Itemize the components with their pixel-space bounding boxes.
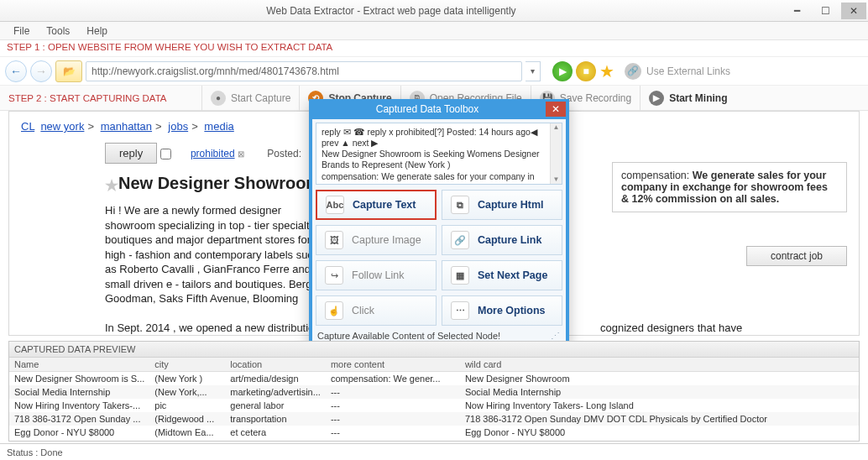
go-button[interactable]: ▶ [552,61,573,81]
maximize-button[interactable]: ☐ [813,3,838,19]
step1-label: STEP 1 : OPEN WEBSITE FROM WHERE YOU WIS… [0,40,868,57]
record-icon: ● [211,91,226,106]
capture-html-button[interactable]: ⧉Capture Html [442,190,562,220]
nav-row: ← → 📂 http://newyork.craigslist.org/mnh/… [0,57,868,86]
url-dropdown[interactable]: ▾ [526,61,541,81]
follow-icon: ↪ [325,266,343,285]
table-row[interactable]: Egg Donor - NYU $8000(Midtown Ea...et ce… [9,426,859,439]
contract-job-button[interactable]: contract job [746,246,847,266]
posted-label: Posted: [267,148,301,159]
capture-link-button[interactable]: 🔗Capture Link [442,225,562,255]
close-button[interactable]: ✕ [841,3,866,19]
click-button[interactable]: ☝Click [316,295,437,326]
set-next-page-button[interactable]: ▦Set Next Page [442,260,562,290]
table-row[interactable]: Social Media Internship(New York,...mark… [9,385,859,399]
window-title: Web Data Extractor - Extract web page da… [0,5,782,17]
col-more[interactable]: more content [326,358,460,372]
prohibited-checkbox[interactable] [160,149,171,159]
step2-label: STEP 2 : START CAPTURING DATA [0,93,201,103]
bc-newyork[interactable]: new york [40,120,84,133]
menubar: File Tools Help [0,22,868,40]
bc-manhattan[interactable]: manhattan [101,120,152,133]
compensation-box: compensation: We generate sales for your… [612,162,847,212]
capture-image-button[interactable]: 🖼Capture Image [316,225,437,255]
col-location[interactable]: location [225,358,326,372]
menu-tools[interactable]: Tools [38,24,78,39]
link-icon: 🔗 [451,231,469,249]
more-icon: ⋯ [451,301,469,320]
toolbox-scrollbar[interactable] [550,123,562,184]
preview-table[interactable]: Name city location more content wild car… [9,358,859,439]
link-icon: 🔗 [625,63,641,80]
star-icon[interactable]: ★ [105,177,118,194]
follow-link-button[interactable]: ↪Follow Link [316,260,437,290]
stop-button[interactable]: ■ [576,61,596,81]
capture-text-button[interactable]: AbcCapture Text [316,190,437,220]
start-mining-button[interactable]: ▶Start Mining [640,86,735,111]
mining-icon: ▶ [649,91,664,106]
click-icon: ☝ [325,301,343,320]
text-icon: Abc [326,196,344,214]
status-bar: Status : Done [0,443,868,460]
col-city[interactable]: city [149,358,225,372]
favorite-icon[interactable]: ★ [599,61,614,81]
bc-jobs[interactable]: jobs [168,120,188,133]
toolbox-title: Captured Data Toolbox [309,103,546,115]
toolbox-header[interactable]: Captured Data Toolbox ✕ [309,99,569,119]
forward-button[interactable]: → [30,60,52,82]
col-wildcard[interactable]: wild card [460,358,859,372]
minimize-button[interactable]: ━ [784,3,809,19]
table-row[interactable]: Now Hiring Inventory Takers-...picgenera… [9,399,859,412]
url-input[interactable]: http://newyork.craigslist.org/mnh/med/48… [86,61,522,81]
captured-data-toolbox[interactable]: Captured Data Toolbox ✕ reply ✉ ☎ reply … [309,99,569,350]
prohibited-link[interactable]: prohibited [191,148,235,159]
menu-help[interactable]: Help [78,24,116,39]
table-row[interactable]: 718 386-3172 Open Sunday ...(Ridgewood .… [9,412,859,426]
col-name[interactable]: Name [9,358,149,372]
external-links-label: Use External Links [646,65,730,77]
open-folder-button[interactable]: 📂 [55,60,82,82]
bc-cl[interactable]: CL [21,120,34,133]
table-row[interactable]: New Designer Showroom is S...(New York )… [9,372,859,386]
titlebar: Web Data Extractor - Extract web page da… [0,0,868,22]
external-links-toggle[interactable]: 🔗 Use External Links [618,63,737,80]
toolbox-preview-text[interactable]: reply ✉ ☎ reply x prohibited[?] Posted: … [316,123,562,185]
reply-button[interactable]: reply [105,143,157,164]
next-page-icon: ▦ [451,266,469,285]
image-icon: 🖼 [325,231,343,249]
toolbox-close-button[interactable]: ✕ [546,102,566,117]
captured-data-preview: CAPTURED DATA PREVIEW Name city location… [8,341,860,442]
bc-media[interactable]: media [204,120,233,133]
preview-header: CAPTURED DATA PREVIEW [9,342,859,358]
start-capture-button[interactable]: ●Start Capture [201,86,299,111]
back-button[interactable]: ← [5,60,27,82]
more-options-button[interactable]: ⋯More Options [442,295,562,326]
html-icon: ⧉ [451,196,469,214]
menu-file[interactable]: File [5,24,38,39]
